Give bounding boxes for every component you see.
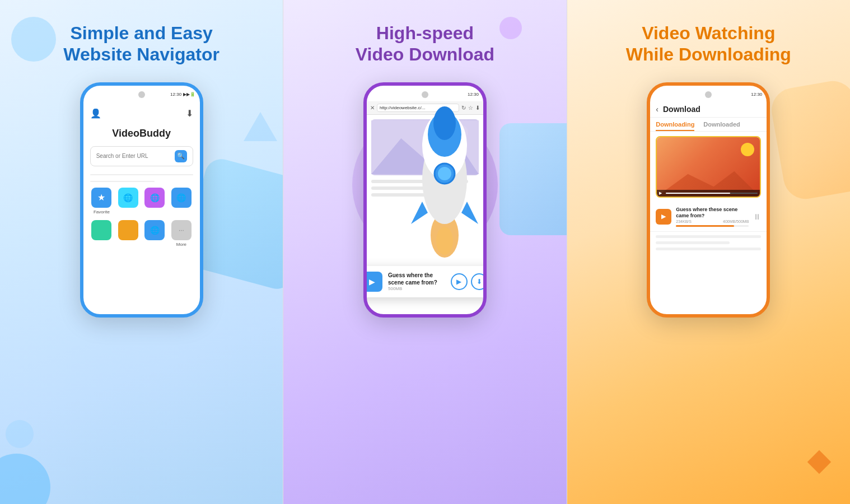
refresh-icon[interactable]: ↻ — [461, 105, 466, 111]
item-play-icon: ▶ — [661, 213, 666, 220]
popup-play-action[interactable]: ▶ — [451, 273, 468, 290]
panel-3-title: Video Watching While Downloading — [626, 22, 791, 66]
item-speed: 234KB/S — [676, 220, 692, 223]
globe-icon-1: 🌐 — [123, 193, 133, 202]
deco-circle-1 — [11, 17, 56, 62]
deco-diamond — [807, 450, 831, 474]
deco-circle-3 — [499, 17, 522, 39]
panel-download: High-speed Video Download 12:30 ✕ http:/… — [283, 0, 567, 504]
web1-icon-box: 🌐 — [118, 188, 138, 208]
deco-triangle-1 — [244, 112, 277, 141]
panel-watching: › Video Watching While Downloading 12:30… — [567, 0, 850, 504]
teal-icon-box — [91, 220, 111, 240]
back-icon[interactable]: ‹ — [656, 105, 658, 114]
more-icon-box: ··· — [171, 220, 192, 240]
panel-3-title-line1: Video Watching — [642, 23, 775, 43]
download-title: Download — [663, 105, 700, 114]
download-item: ▶ Guess where these scene came from? 234… — [650, 202, 767, 232]
placeholder-line-3 — [371, 193, 457, 197]
panel-3-title-line2: While Downloading — [626, 44, 791, 64]
more-dots-icon: ··· — [179, 226, 184, 234]
panel-1-title-line2: Website Navigator — [63, 44, 219, 64]
pause-icon[interactable]: ⏸ — [753, 212, 761, 221]
item-title: Guess where these scene came from? — [676, 207, 749, 220]
download-icon: ⬇ — [186, 108, 193, 119]
page-image-placeholder — [371, 119, 479, 175]
bookmark-icon[interactable]: ☆ — [468, 105, 473, 111]
phone-1-content: 👤 ⬇ VideoBuddy 🔍 ★ — [83, 101, 200, 314]
status-time-1: 12:30 — [170, 92, 181, 97]
web4-icon-box: 🌐 — [144, 220, 165, 240]
app-logo: VideoBuddy — [88, 128, 195, 139]
grid-item-teal[interactable] — [90, 220, 114, 247]
placeholder-line-1 — [371, 180, 468, 183]
item-progress-bar — [676, 225, 749, 227]
grid-item-web1[interactable]: 🌐 — [116, 188, 140, 214]
phone-3-status-bar: 12:30 — [650, 86, 767, 101]
video-info: Guess where the scene came from? 500MB — [388, 272, 445, 291]
panel-1-title-line1: Simple and Easy — [70, 23, 212, 43]
grid-item-more[interactable]: ··· More — [170, 220, 193, 247]
globe-icon-2: 🌐 — [150, 193, 160, 202]
deco-blob-3 — [768, 77, 850, 202]
phone-1: 12:30 ▶▶🔋 👤 ⬇ VideoBuddy 🔍 — [80, 82, 203, 318]
placeholder-line-2 — [371, 186, 446, 190]
favorite-icon-box: ★ — [91, 188, 111, 208]
phone-2-status-bar: 12:30 — [367, 86, 483, 101]
tab-downloaded[interactable]: Downloaded — [703, 121, 740, 131]
phone-1-status-bar: 12:30 ▶▶🔋 — [83, 86, 200, 101]
status-time-3: 12:30 — [751, 92, 762, 97]
progress-fill — [666, 193, 730, 194]
phone-3-content: ‹ Download Downloading Downloaded ▶ — [650, 101, 767, 314]
popup-play-button[interactable]: ▶ — [367, 272, 382, 292]
grid-item-web4[interactable]: 🌐 — [143, 220, 167, 247]
phone-2-content: ✕ http://videowebsite.c/... ↻ ☆ ⬇ — [367, 101, 483, 314]
svg-point-2 — [454, 125, 468, 139]
panel-navigator: Simple and Easy Website Navigator 12:30 … — [0, 0, 283, 504]
placeholder-items — [650, 232, 767, 254]
placeholder-line-c — [656, 248, 761, 250]
grid-item-web3[interactable]: 🌐 — [170, 188, 193, 214]
popup-download-action[interactable]: ⬇ — [471, 273, 483, 290]
search-input[interactable] — [96, 153, 175, 159]
play-circle-icon: ▶ — [456, 278, 461, 286]
grid-item-favorite[interactable]: ★ Favorite — [90, 188, 114, 214]
item-size: 400MB/500MB — [723, 220, 749, 223]
panel-2-title-line1: High-speed — [376, 23, 474, 43]
phone-2: 12:30 ✕ http://videowebsite.c/... ↻ ☆ ⬇ — [363, 82, 487, 318]
search-bar[interactable]: 🔍 — [90, 146, 193, 166]
video-playback-bar: ▶ — [657, 190, 760, 197]
divider-2 — [90, 181, 155, 182]
sun-deco — [741, 143, 754, 156]
close-icon[interactable]: ✕ — [370, 105, 375, 111]
small-play-icon: ▶ — [659, 191, 664, 195]
search-button[interactable]: 🔍 — [175, 150, 187, 162]
video-popup: ▶ Guess where the scene came from? 500MB… — [367, 266, 483, 297]
star-icon: ★ — [97, 192, 105, 203]
phone-1-inner: 👤 ⬇ VideoBuddy 🔍 ★ — [83, 101, 200, 257]
phone-3: 12:30 ‹ Download Downloading Downloaded … — [647, 82, 770, 318]
dl-icon[interactable]: ⬇ — [475, 105, 480, 111]
grid-item-orange[interactable] — [116, 220, 140, 247]
item-play-button[interactable]: ▶ — [656, 209, 671, 225]
favorite-label: Favorite — [94, 209, 110, 214]
download-tabs: Downloading Downloaded — [650, 118, 767, 132]
page-content — [367, 115, 483, 204]
browser-bar: ✕ http://videowebsite.c/... ↻ ☆ ⬇ — [367, 101, 483, 115]
panel-2-title: High-speed Video Download — [356, 22, 494, 66]
web2-icon-box: 🌐 — [144, 188, 165, 208]
item-meta: 234KB/S 400MB/500MB — [676, 220, 749, 223]
user-icon: 👤 — [90, 108, 101, 119]
item-info: Guess where these scene came from? 234KB… — [676, 207, 749, 227]
download-header: ‹ Download — [650, 101, 767, 118]
search-icon: 🔍 — [177, 152, 185, 160]
tab-downloading[interactable]: Downloading — [656, 121, 694, 131]
placeholder-line-a — [656, 235, 761, 238]
web3-icon-box: 🌐 — [171, 188, 192, 208]
url-bar[interactable]: http://videowebsite.c/... — [377, 104, 459, 112]
grid-item-web2[interactable]: 🌐 — [143, 188, 167, 214]
video-actions: ▶ ⬇ — [451, 273, 483, 290]
orange-icon-box — [118, 220, 138, 240]
thumb-image — [657, 137, 760, 197]
panel-1-title: Simple and Easy Website Navigator — [63, 22, 219, 66]
